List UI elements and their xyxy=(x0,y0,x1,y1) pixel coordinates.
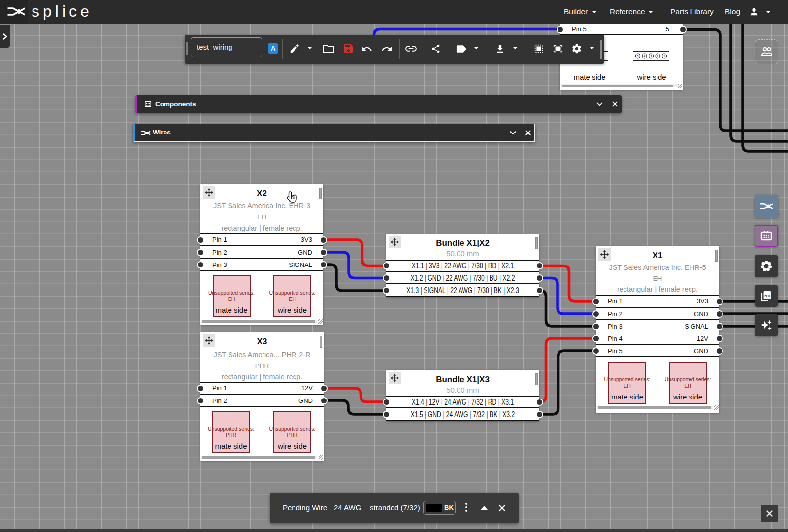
svg-text:5: 5 xyxy=(637,55,639,58)
svg-text:PDF: PDF xyxy=(764,293,771,298)
svg-text:4: 4 xyxy=(644,55,646,58)
svg-text:2: 2 xyxy=(657,55,659,58)
svg-text:3: 3 xyxy=(650,55,652,58)
svg-text:1: 1 xyxy=(663,55,665,58)
